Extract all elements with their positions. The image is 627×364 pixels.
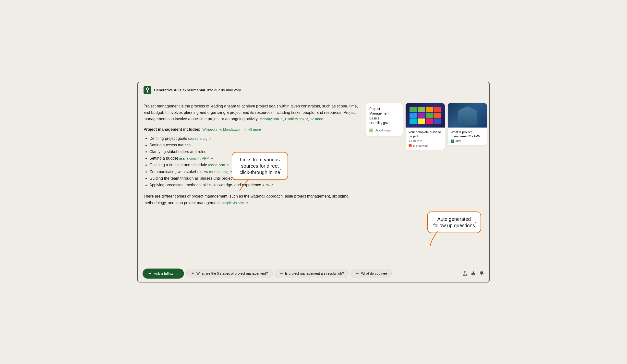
closing-paragraph: There are different types of project man… [144,193,360,206]
list-item: Defining project goals coursera.org ↗ [149,135,360,142]
usability-icon: U [369,129,373,133]
chip-arrow-icon-3 [356,272,359,275]
text-card-site: U Usability.gov [369,129,399,133]
monday-card-site: Monday.com [409,144,442,147]
more-link-2[interactable]: +5 more [248,128,261,132]
followup-callout-bubble: Auto generated follow up questions [427,212,481,233]
bottom-bar: Ask a follow up What are the 5 stages of… [138,265,489,282]
more-sources-link[interactable]: +3 more [310,117,323,121]
thumbsup-button[interactable] [471,271,476,276]
apm-card-info: What is project management? - APM A APM [448,128,487,145]
coursera-link-2[interactable]: coursera.org ↗ [209,170,232,174]
apm-icon: A [451,139,454,143]
monday-card-info: Your complete guide to project... Jul 18… [406,128,445,150]
main-content: Project management is the process of lea… [138,97,489,265]
monday-card-date: Jul 18, 2023 [409,139,442,142]
text-area: Project management is the process of lea… [144,103,360,265]
apm-card-site: A APM [451,139,484,143]
monday-source-card[interactable]: Your complete guide to project... Jul 18… [406,103,445,150]
monday-card-title: Your complete guide to project... [409,130,442,138]
monday-grid-visual [410,107,441,124]
includes-section: Project management includes: Wikipedia ↗… [144,127,360,132]
apm-link-1[interactable]: APM ↗ [202,156,213,160]
apm-link-2[interactable]: APM ↗ [262,183,274,187]
building-visual [456,105,479,125]
followup-chip-1[interactable]: What are the 5 stages of project managem… [186,269,273,278]
apm-card-title: What is project management? - APM [451,130,484,138]
text-card-title: Project Management Basics | Usability.go… [369,106,399,126]
monday-image-bg [406,103,445,128]
coursera-link-1[interactable]: coursera.org ↗ [188,136,211,140]
ai-notice: Generative AI is experimental. Info qual… [154,88,242,92]
sources-panel: Project Management Basics | Usability.go… [366,103,483,265]
chip-3-label: What do you nee [361,272,387,275]
apm-card-image [448,103,487,128]
chip-1-label: What are the 5 stages of project managem… [196,272,268,275]
followup-chip-2[interactable]: Is project management a stressful job? [275,269,349,278]
thumbsdown-button[interactable] [479,271,484,276]
source-cards-row: Project Management Basics | Usability.go… [366,103,483,150]
app-container: Generative AI is experimental. Info qual… [137,82,490,282]
monday-source-link[interactable]: Monday.com ↗ [260,117,283,121]
chip-arrow-icon-1 [191,272,195,275]
chip-arrow-icon-2 [280,272,283,275]
thumbsup-icon [471,271,476,276]
text-source-card[interactable]: Project Management Basics | Usability.go… [366,103,403,136]
asana-link-1[interactable]: asana.com ↗ [179,156,200,160]
thumbsdown-icon [479,271,484,276]
simpliaxis-link[interactable]: simpliaxis.com ↗ [222,201,248,205]
followup-chip-3[interactable]: What do you nee [351,269,392,278]
bubble-tail-svg [240,179,259,191]
apm-source-card[interactable]: What is project management? - APM A APM [448,103,487,145]
intro-paragraph: Project management is the process of lea… [144,103,360,122]
action-icons [462,271,484,276]
google-ai-logo [144,86,151,94]
followup-tail-svg [430,231,450,246]
monday-link-2[interactable]: Monday.com ↗ [223,128,246,132]
monday-card-image [406,103,445,128]
asana-link-2[interactable]: asana.com ↗ [208,163,229,167]
wikipedia-link[interactable]: Wikipedia ↗ [203,128,221,132]
ask-followup-button[interactable]: Ask a follow up [143,269,184,278]
monday-icon [409,144,412,147]
list-item: Setting success metrics [149,142,360,148]
apm-image-bg [448,103,487,128]
flask-button[interactable] [462,271,468,276]
svg-point-8 [464,274,465,275]
followup-arrow-icon [148,272,152,275]
flask-icon [462,271,468,276]
links-callout-bubble: Links from various sources for direct cl… [232,152,288,180]
top-bar: Generative AI is experimental. Info qual… [138,82,489,97]
usability-source-link[interactable]: Usability.gov ↗ [285,117,308,121]
chip-2-label: Is project management a stressful job? [285,272,344,275]
